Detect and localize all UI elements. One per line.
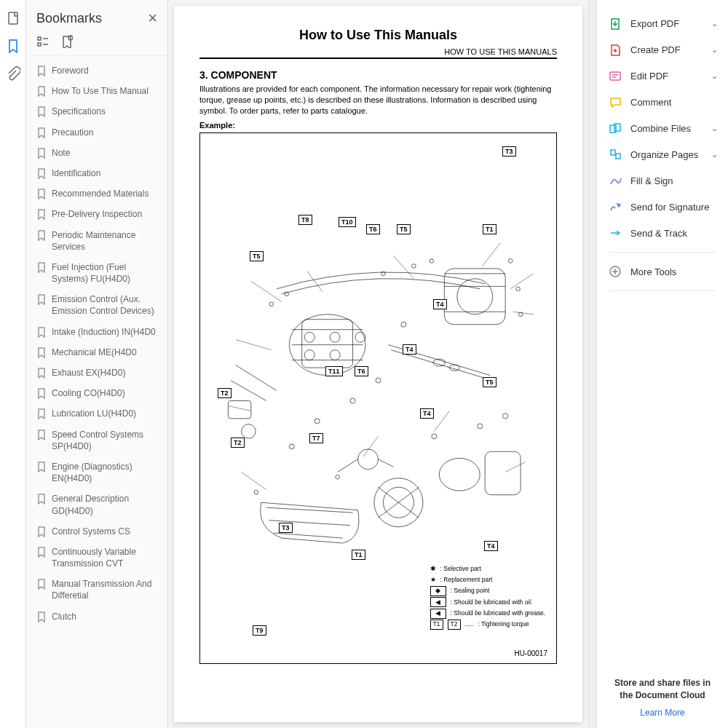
svg-point-41	[336, 475, 340, 479]
tool-item[interactable]: Export PDF⌄	[597, 10, 728, 36]
callout: T2	[231, 438, 245, 448]
bookmark-item[interactable]: Emission Control (Aux. Emission Control …	[29, 289, 166, 321]
bookmark-icon	[36, 148, 46, 159]
callout: T3	[502, 146, 516, 157]
bookmark-item[interactable]: Recommended Materials	[29, 183, 166, 204]
svg-rect-0	[9, 12, 17, 24]
bookmark-list[interactable]: ForewordHow To Use This ManualSpecificat…	[26, 56, 167, 728]
svg-rect-22	[228, 400, 250, 418]
bookmark-item[interactable]: Mechanical ME(H4D0	[29, 342, 166, 363]
bookmark-icon	[36, 462, 46, 472]
bookmark-ribbon-icon[interactable]	[6, 39, 20, 53]
chevron-down-icon: ⌄	[711, 45, 718, 55]
tool-item[interactable]: Edit PDF⌄	[597, 63, 728, 89]
bookmark-item[interactable]: General Description GD(H4D0)	[29, 488, 166, 521]
svg-point-37	[432, 433, 437, 438]
svg-point-27	[412, 264, 416, 268]
svg-rect-7	[302, 319, 353, 367]
callout: T2	[218, 388, 232, 398]
tool-item[interactable]: Combine Files⌄	[597, 115, 728, 141]
page-thumbnails-icon[interactable]	[6, 11, 20, 25]
svg-rect-46	[616, 154, 620, 159]
learn-more-link[interactable]: Learn More	[597, 708, 728, 718]
scrollbar[interactable]	[588, 0, 597, 728]
bookmark-icon	[36, 230, 46, 241]
callout: T4	[420, 408, 434, 419]
bookmark-item[interactable]: Note	[29, 143, 166, 163]
bookmark-item[interactable]: Cooling CO(H4D0)	[29, 383, 166, 403]
tool-item[interactable]: Send for Signature	[597, 194, 728, 220]
bookmarks-title: Bookmarks	[36, 11, 102, 26]
bookmark-item[interactable]: Manual Transmission And Differetial	[29, 574, 166, 606]
tool-item[interactable]: More Tools	[597, 258, 728, 285]
svg-point-19	[439, 458, 480, 491]
bookmark-icon	[36, 294, 46, 305]
callout: T7	[309, 433, 323, 443]
bookmark-item[interactable]: Control Systems CS	[29, 521, 166, 542]
section-heading: 3. COMPONENT	[199, 69, 557, 81]
bookmark-item[interactable]: Speed Control Systems SP(H4D0)	[29, 424, 166, 456]
svg-point-23	[242, 424, 256, 438]
callout: T1	[483, 224, 496, 234]
bookmark-item[interactable]: Precaution	[29, 122, 166, 143]
tool-item[interactable]: Create PDF⌄	[597, 36, 728, 63]
bookmark-item[interactable]: Pre-Delivery Inspection	[29, 204, 166, 224]
tool-icon	[609, 174, 622, 187]
chevron-down-icon: ⌄	[711, 19, 718, 28]
left-toolbar	[0, 0, 26, 728]
tool-icon	[609, 200, 622, 213]
bookmark-icon	[36, 347, 46, 358]
callout: T5	[483, 377, 496, 387]
close-panel-button[interactable]: ×	[148, 9, 157, 28]
bookmark-item[interactable]: Periodic Maintenance Services	[29, 225, 166, 257]
svg-point-33	[376, 378, 381, 383]
bookmarks-panel: Bookmarks × ForewordHow To Use This Manu…	[26, 0, 168, 728]
bookmark-options-icon[interactable]	[60, 35, 73, 48]
document-area[interactable]: How to Use This Manuals HOW TO USE THIS …	[168, 0, 588, 728]
callout: T6	[366, 224, 380, 234]
chevron-down-icon: ⌄	[711, 71, 718, 81]
tool-icon	[609, 95, 622, 108]
svg-point-12	[330, 349, 340, 360]
component-diagram: T3 T2 T3 T8 T6 T5 T10 T5 T1 T3 T3 T4 T4 …	[199, 132, 557, 664]
bookmark-item[interactable]: Clutch	[29, 606, 166, 627]
section-body: Illustrations are provided for each comp…	[199, 84, 557, 116]
tool-item[interactable]: Comment	[597, 89, 728, 115]
svg-point-38	[478, 423, 483, 428]
bookmark-item[interactable]: Engine (Diagnostics) EN(H4D0)	[29, 456, 166, 488]
svg-point-21	[358, 448, 379, 469]
bookmark-icon	[36, 106, 46, 117]
bookmark-item[interactable]: Continuously Variable Transmission CVT	[29, 542, 166, 574]
bookmark-icon	[36, 526, 46, 537]
attachment-icon[interactable]	[6, 66, 20, 81]
bookmark-item[interactable]: Exhaust EX(H4D0)	[29, 363, 166, 383]
tool-icon	[609, 122, 622, 135]
bookmark-icon	[36, 189, 46, 199]
bookmark-icon	[36, 388, 46, 399]
list-view-icon[interactable]	[36, 35, 50, 48]
tool-item[interactable]: Fill & Sign	[597, 167, 728, 194]
diagram-legend: ✱: Selective part ★: Replacement part ◆:…	[430, 563, 545, 630]
bookmark-icon	[36, 408, 46, 419]
svg-point-36	[289, 443, 294, 448]
svg-point-30	[516, 287, 521, 291]
bookmark-icon	[36, 612, 46, 622]
bookmark-item[interactable]: Foreword	[29, 60, 166, 81]
svg-rect-13	[444, 268, 505, 324]
bookmark-icon	[36, 547, 46, 558]
example-label: Example:	[199, 121, 557, 130]
svg-rect-1	[38, 37, 41, 40]
bookmark-item[interactable]: Specifications	[29, 101, 166, 122]
svg-point-28	[430, 258, 434, 263]
tool-icon	[609, 43, 622, 56]
right-panel: Export PDF⌄Create PDF⌄Edit PDF⌄CommentCo…	[597, 0, 728, 728]
tool-item[interactable]: Organize Pages⌄	[597, 141, 728, 167]
svg-point-24	[269, 302, 274, 306]
bookmark-item[interactable]: Intake (Induction) IN(H4D0	[29, 322, 166, 342]
bookmark-item[interactable]: Identification	[29, 163, 166, 183]
bookmark-item[interactable]: Lubrication LU(H4D0)	[29, 403, 166, 424]
bookmark-item[interactable]: Fuel Injection (Fuel Systems) FU(H4D0)	[29, 257, 166, 289]
bookmark-item[interactable]: How To Use This Manual	[29, 81, 166, 101]
callout: T4	[403, 344, 416, 355]
tool-item[interactable]: Send & Track	[597, 220, 728, 246]
